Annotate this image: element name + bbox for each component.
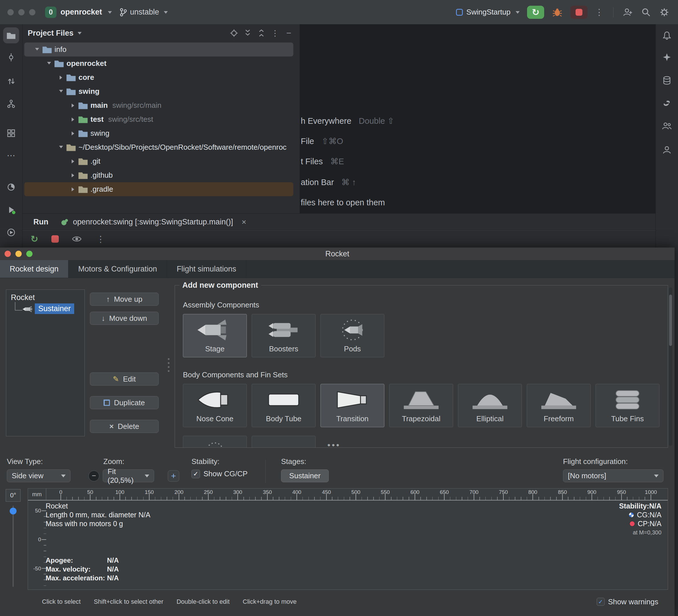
tree-item-openrocket[interactable]: openrocket [24, 56, 293, 71]
chevron-down-icon[interactable] [76, 30, 83, 37]
rerun-button[interactable]: ↻ [31, 234, 38, 244]
resize-handle[interactable]: ••• [0, 440, 668, 450]
tab-flight-simulations[interactable]: Flight simulations [167, 260, 246, 278]
chevron-right-icon[interactable] [69, 118, 77, 122]
panel-title[interactable]: Project Files [28, 29, 74, 38]
duplicate-button[interactable]: Duplicate [90, 396, 159, 409]
stop-button[interactable] [570, 6, 588, 19]
chevron-right-icon[interactable] [69, 131, 77, 135]
collapse-all-button[interactable] [256, 27, 267, 39]
component-transition-button[interactable]: Transition [321, 384, 384, 427]
coverage-tool-button[interactable] [3, 179, 19, 195]
chevron-down-icon[interactable] [33, 46, 41, 52]
search-everywhere-button[interactable] [640, 6, 652, 18]
chevron-right-icon[interactable] [69, 173, 77, 177]
database-button[interactable] [661, 74, 673, 87]
show-warnings-checkbox[interactable]: ✓ Show warnings [597, 598, 658, 606]
component-nose-cone-button[interactable]: Nose Cone [183, 384, 247, 427]
more-actions-button[interactable]: ⋮ [593, 7, 605, 17]
chevron-down-icon[interactable] [57, 144, 65, 150]
tree-item-gradle[interactable]: .gradle [24, 182, 293, 196]
expand-all-button[interactable] [242, 27, 253, 39]
tab-rocket-design[interactable]: Rocket design [0, 260, 69, 278]
move-down-button[interactable]: ↓Move down [90, 312, 159, 325]
run-tool-button[interactable] [3, 202, 19, 218]
project-files-panel: Project Files ⋮ − info [23, 24, 300, 213]
rocket-component-tree[interactable]: Rocket Sustainer [6, 289, 85, 436]
pull-requests-tool-button[interactable] [3, 73, 19, 89]
move-up-button[interactable]: ↑Move up [90, 293, 159, 306]
locate-file-button[interactable] [228, 27, 240, 39]
chevron-down-icon[interactable] [45, 60, 53, 67]
tree-item-remote-path[interactable]: ~/Desktop/Sibo/Projects/OpenRocket/Softw… [24, 140, 293, 154]
tree-root-rocket[interactable]: Rocket [11, 293, 84, 302]
delete-button[interactable]: ×Delete [90, 420, 159, 433]
chevron-right-icon[interactable] [69, 104, 77, 108]
splitter-handle[interactable] [168, 358, 170, 372]
scrollbar-track[interactable] [669, 287, 672, 446]
close-icon[interactable]: × [242, 217, 246, 227]
services-tool-button[interactable] [3, 224, 19, 240]
tree-item-test[interactable]: testswing/src/test [24, 112, 293, 126]
tree-item-main[interactable]: mainswing/src/main [24, 98, 293, 112]
chevron-down-icon[interactable] [57, 88, 65, 94]
more-tool-windows-button[interactable]: ⋯ [3, 148, 19, 163]
ai-assistant-button[interactable] [661, 51, 673, 64]
project-tool-button[interactable] [3, 27, 19, 43]
tab-motors-configuration[interactable]: Motors & Configuration [69, 260, 167, 278]
component-tube-fins-button[interactable]: Tube Fins [596, 384, 660, 427]
edit-button[interactable]: ✎Edit [90, 372, 159, 385]
stop-process-button[interactable] [51, 235, 59, 243]
component-stage-button[interactable]: Stage [183, 314, 247, 357]
component-boosters-button[interactable]: Boosters [252, 314, 315, 357]
zoom-out-button[interactable]: − [88, 470, 99, 481]
collaboration-button[interactable] [661, 120, 673, 132]
scrollbar-thumb[interactable] [669, 295, 672, 346]
tree-child-sustainer[interactable]: Sustainer [15, 302, 84, 315]
hide-panel-button[interactable]: − [283, 27, 295, 39]
show-cgcp-checkbox[interactable]: ✓ Show CG/CP [191, 469, 248, 478]
rotation-slider-thumb[interactable] [10, 508, 16, 515]
commit-tool-button[interactable] [3, 49, 19, 65]
tree-item-swing[interactable]: swing [24, 84, 293, 98]
settings-button[interactable] [658, 6, 671, 18]
build-tool-button[interactable] [3, 125, 19, 141]
view-type-select[interactable]: Side view [7, 469, 71, 482]
tree-item-core[interactable]: core [24, 71, 293, 84]
run-tab[interactable]: openrocket:swing [:swing:SwingStartup.ma… [60, 217, 246, 227]
chevron-right-icon[interactable] [69, 188, 77, 191]
zoom-select[interactable]: Fit (20,5%) [103, 469, 154, 482]
component-body-tube-button[interactable]: Body Tube [252, 384, 315, 427]
tree-item-info[interactable]: info [24, 42, 293, 56]
project-widget[interactable]: 0 openrocket [45, 7, 114, 18]
tree-item-github[interactable]: .github [24, 168, 293, 182]
code-with-me-button[interactable] [622, 6, 634, 18]
structure-tool-button[interactable] [3, 96, 19, 112]
run-configuration-selector[interactable]: SwingStartup [456, 8, 521, 16]
stage-toggle-sustainer[interactable]: Sustainer [281, 469, 329, 482]
profile-button[interactable] [661, 144, 673, 156]
zoom-in-button[interactable]: + [168, 470, 179, 482]
component-pods-button[interactable]: Pods [321, 314, 384, 357]
toggle-output-button[interactable] [72, 235, 82, 243]
notifications-button[interactable] [661, 29, 673, 42]
rocket-design-canvas[interactable]: mm 0 50 100 150 200 250 300 350 400 450 … [28, 488, 668, 590]
tree-item-git[interactable]: .git [24, 154, 293, 168]
tree-item-swing-folder[interactable]: swing [24, 126, 293, 140]
component-elliptical-button[interactable]: Elliptical [458, 384, 522, 427]
rotation-slider-track[interactable] [12, 506, 14, 587]
panel-options-button[interactable]: ⋮ [269, 27, 281, 39]
chevron-right-icon[interactable] [57, 76, 65, 80]
gradle-button[interactable] [661, 97, 673, 110]
run-button[interactable]: ↻ [527, 6, 544, 19]
window-minimize-button[interactable] [18, 9, 25, 15]
window-zoom-button[interactable] [29, 9, 35, 15]
window-close-button[interactable] [7, 9, 14, 15]
chevron-right-icon[interactable] [69, 159, 77, 163]
component-freeform-button[interactable]: Freeform [527, 384, 591, 427]
component-trapezoidal-button[interactable]: Trapezoidal [389, 384, 453, 427]
flight-configuration-select[interactable]: [No motors] [563, 469, 664, 482]
branch-widget[interactable]: unstable [119, 8, 170, 16]
run-panel-options-button[interactable]: ⋮ [95, 234, 107, 244]
debug-button[interactable] [550, 6, 565, 19]
